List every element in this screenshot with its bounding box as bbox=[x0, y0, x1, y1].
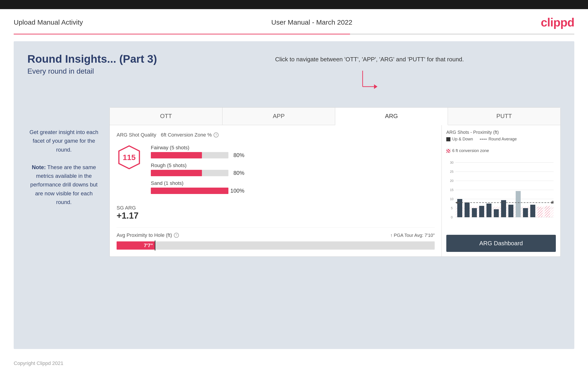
svg-text:20: 20 bbox=[450, 179, 454, 183]
chart-svg: 0 5 10 15 20 25 30 bbox=[446, 157, 556, 221]
panel-header: ARG Shot Quality 6ft Conversion Zone % ? bbox=[117, 132, 435, 138]
legend-round-avg-label: Round Average bbox=[489, 137, 517, 142]
legend-up-down-label: Up & Down bbox=[452, 137, 473, 142]
bar-label-sand: Sand (1 shots) bbox=[151, 180, 435, 186]
nav-arrow-icon bbox=[360, 68, 379, 96]
svg-marker-2 bbox=[374, 84, 377, 89]
pga-avg: ↑ PGA Tour Avg: 7'10" bbox=[390, 233, 435, 238]
legend-square-icon bbox=[446, 137, 450, 141]
right-panel: ARG Shots - Proximity (ft) Up & Down Rou… bbox=[442, 125, 560, 257]
bar-fill-sand bbox=[151, 188, 228, 194]
svg-text:10: 10 bbox=[450, 197, 454, 201]
tab-arg[interactable]: ARG bbox=[335, 108, 448, 125]
hex-number: 115 bbox=[123, 153, 136, 162]
proximity-header: Avg Proximity to Hole (ft) ? ↑ PGA Tour … bbox=[117, 232, 435, 238]
nav-annotation-text: Click to navigate between 'OTT', 'APP', … bbox=[275, 55, 464, 64]
description-note: Note: bbox=[32, 164, 46, 170]
header: Upload Manual Activity User Manual - Mar… bbox=[0, 9, 588, 34]
bar-pct-rough: 80% bbox=[233, 170, 244, 176]
clippd-logo: clippd bbox=[541, 16, 574, 29]
legend-hatched-icon bbox=[446, 149, 450, 153]
legend-6ft-zone: 6 ft conversion zone bbox=[446, 148, 489, 153]
svg-rect-30 bbox=[530, 205, 535, 217]
panel-content: ARG Shot Quality 6ft Conversion Zone % ?… bbox=[110, 125, 560, 257]
bar-track-sand: 100% bbox=[151, 188, 228, 194]
proximity-title: Avg Proximity to Hole (ft) ? bbox=[117, 232, 179, 238]
svg-rect-31 bbox=[537, 207, 543, 217]
nav-arrow-container bbox=[275, 68, 464, 96]
bar-row-rough: Rough (5 shots) 80% bbox=[151, 163, 435, 176]
proximity-bar-fill: 7'7" bbox=[117, 242, 155, 250]
help-icon[interactable]: ? bbox=[214, 133, 219, 137]
bar-pct-fairway: 80% bbox=[233, 152, 244, 158]
dashboard-panel: OTT APP ARG PUTT ARG Shot Quality 6ft Co… bbox=[110, 107, 561, 257]
header-divider bbox=[14, 34, 574, 34]
svg-rect-23 bbox=[479, 206, 484, 217]
proximity-section: Avg Proximity to Hole (ft) ? ↑ PGA Tour … bbox=[117, 227, 435, 250]
panel-subtitle: 6ft Conversion Zone % ? bbox=[161, 132, 219, 138]
nav-annotation: Click to navigate between 'OTT', 'APP', … bbox=[275, 55, 464, 96]
bar-label-rough: Rough (5 shots) bbox=[151, 163, 435, 168]
svg-rect-20 bbox=[457, 199, 462, 217]
chart-legend: Up & Down Round Average 6 ft conversion … bbox=[446, 137, 556, 153]
proximity-value: 7'7" bbox=[144, 242, 153, 249]
bar-track-rough: 80% bbox=[151, 170, 228, 176]
bar-row-sand: Sand (1 shots) 100% bbox=[151, 180, 435, 194]
shot-quality-bars: Fairway (5 shots) 80% Rough (5 shots) bbox=[151, 145, 435, 198]
sg-section: SG ARG +1.17 bbox=[117, 205, 435, 221]
tab-app[interactable]: APP bbox=[223, 108, 335, 125]
tab-putt[interactable]: PUTT bbox=[448, 108, 560, 125]
svg-rect-29 bbox=[523, 208, 528, 217]
description-text: Get greater insight into each facet of y… bbox=[29, 129, 98, 153]
left-panel: ARG Shot Quality 6ft Conversion Zone % ?… bbox=[110, 125, 442, 257]
sg-value: +1.17 bbox=[117, 211, 435, 221]
upload-manual-activity-label: Upload Manual Activity bbox=[14, 18, 83, 26]
tab-ott[interactable]: OTT bbox=[110, 108, 223, 125]
svg-text:0: 0 bbox=[451, 215, 453, 219]
svg-rect-32 bbox=[545, 206, 550, 217]
legend-round-avg: Round Average bbox=[480, 137, 517, 142]
copyright-text: Copyright Clippd 2021 bbox=[14, 360, 63, 366]
hex-bars-container: 115 Fairway (5 shots) 80% bbox=[117, 145, 435, 198]
proximity-help-icon[interactable]: ? bbox=[174, 233, 179, 238]
proximity-cursor bbox=[155, 241, 156, 250]
bar-label-fairway: Fairway (5 shots) bbox=[151, 145, 435, 151]
svg-rect-25 bbox=[494, 209, 499, 217]
footer: Copyright Clippd 2021 bbox=[0, 356, 588, 367]
svg-rect-24 bbox=[486, 204, 492, 217]
bar-fill-rough bbox=[151, 170, 202, 176]
bar-row-fairway: Fairway (5 shots) 80% bbox=[151, 145, 435, 158]
top-bar bbox=[0, 0, 588, 9]
legend-6ft-label: 6 ft conversion zone bbox=[452, 148, 489, 153]
svg-rect-21 bbox=[465, 202, 470, 217]
tab-row: OTT APP ARG PUTT bbox=[110, 108, 560, 125]
legend-up-down: Up & Down bbox=[446, 137, 473, 142]
legend-dashed-icon bbox=[480, 139, 487, 140]
svg-text:5: 5 bbox=[451, 206, 453, 210]
bar-track-fairway: 80% bbox=[151, 152, 228, 158]
svg-rect-22 bbox=[472, 208, 477, 217]
svg-text:30: 30 bbox=[450, 161, 454, 164]
proximity-bar-track: 7'7" bbox=[117, 242, 435, 250]
sg-label: SG ARG bbox=[117, 205, 435, 211]
panel-title: ARG Shot Quality bbox=[117, 132, 156, 138]
chart-title: ARG Shots - Proximity (ft) bbox=[446, 130, 556, 135]
bar-fill-fairway bbox=[151, 152, 202, 158]
user-manual-label: User Manual - March 2022 bbox=[271, 18, 352, 26]
main-content: Round Insights... (Part 3) Every round i… bbox=[14, 41, 574, 349]
bar-pct-sand: 100% bbox=[230, 188, 244, 194]
left-description: Get greater insight into each facet of y… bbox=[27, 128, 100, 207]
svg-text:25: 25 bbox=[450, 170, 454, 174]
hexagon-badge: 115 bbox=[117, 145, 142, 170]
chart-area: 0 5 10 15 20 25 30 bbox=[446, 157, 556, 231]
svg-rect-27 bbox=[508, 205, 513, 217]
svg-text:8: 8 bbox=[552, 200, 554, 204]
arg-dashboard-button[interactable]: ARG Dashboard bbox=[446, 235, 556, 252]
svg-text:15: 15 bbox=[450, 188, 454, 192]
svg-rect-28 bbox=[516, 191, 521, 217]
